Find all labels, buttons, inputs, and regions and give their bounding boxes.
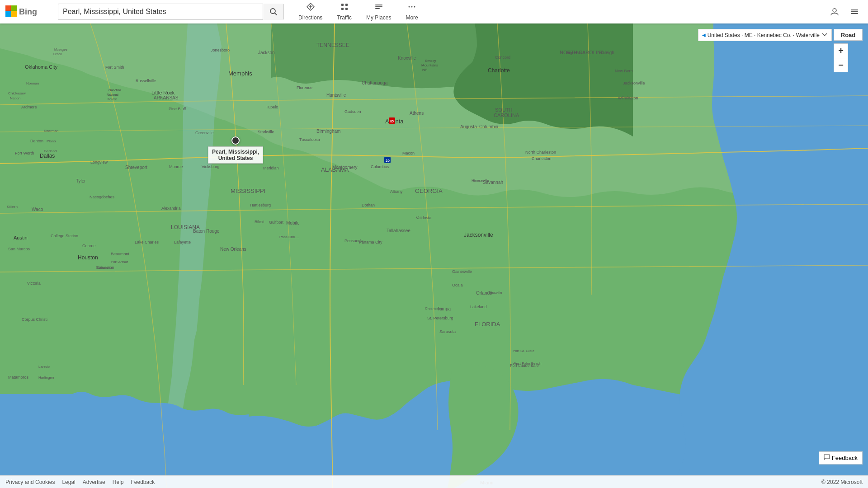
more-label: More [406,14,418,21]
feedback-button[interactable]: Feedback [819,451,863,465]
svg-text:Waco: Waco [32,207,43,212]
svg-text:Shreveport: Shreveport [125,165,147,170]
svg-text:Starkville: Starkville [258,130,274,134]
svg-text:Lakeland: Lakeland [470,305,487,309]
svg-text:Ardmore: Ardmore [21,105,37,109]
svg-point-17 [409,6,410,7]
map-controls: Road + − [834,29,863,72]
location-breadcrumb[interactable]: ◀ United States · ME · Kennebec Co. · Wa… [698,29,832,41]
svg-rect-15 [375,6,382,7]
svg-line-6 [274,13,277,15]
svg-text:Smoky: Smoky [425,59,436,63]
nav-traffic[interactable]: Traffic [330,0,359,23]
svg-text:Gainesville: Gainesville [452,269,472,274]
svg-text:Gadsden: Gadsden [344,109,361,114]
search-button[interactable] [263,4,283,20]
map-container[interactable]: Memphis Little Rock ARKANSAS Dallas Hous… [0,23,868,488]
svg-text:Wilmington: Wilmington [618,96,638,100]
svg-rect-146 [824,455,830,459]
directions-icon [306,2,315,14]
svg-text:Sarasota: Sarasota [439,329,456,334]
myplaces-label: My Places [366,14,391,21]
svg-text:Augusta: Augusta [460,124,477,129]
nav-directions[interactable]: Directions [291,0,330,23]
svg-text:Jacksonville: Jacksonville [464,232,493,238]
footer-privacy[interactable]: Privacy and Cookies [5,479,55,485]
svg-text:College Station: College Station [51,234,78,238]
svg-text:Victoria: Victoria [27,281,41,286]
svg-text:Albany: Albany [390,189,403,194]
svg-text:Nacogdoches: Nacogdoches [90,195,115,199]
footer-legal[interactable]: Legal [62,479,75,485]
footer-advertise[interactable]: Advertise [83,479,105,485]
svg-rect-3 [11,11,17,17]
zoom-out-button[interactable]: − [834,58,848,72]
svg-text:Panama City: Panama City [359,240,382,244]
user-icon [830,7,839,16]
svg-text:Chickasaw: Chickasaw [8,91,26,95]
svg-rect-23 [851,13,858,14]
more-icon [407,2,416,14]
svg-text:Chattanooga: Chattanooga [362,80,388,85]
svg-text:Mountains: Mountains [421,63,438,67]
svg-text:Ocala: Ocala [452,283,463,287]
svg-text:Harlingen: Harlingen [38,375,54,380]
svg-text:North Charleston: North Charleston [525,150,556,155]
svg-text:Vicksburg: Vicksburg [202,164,219,169]
svg-rect-0 [5,5,11,11]
svg-text:Jacksonville: Jacksonville [623,81,645,85]
search-input[interactable]: Pearl, Mississippi, United States [58,8,263,16]
svg-text:Killeen: Killeen [7,205,18,209]
svg-text:Dallas: Dallas [40,153,55,159]
footer: Privacy and Cookies Legal Advertise Help… [0,475,868,488]
svg-rect-11 [345,4,348,6]
svg-point-20 [833,9,836,12]
zoom-in-button[interactable]: + [834,43,848,58]
footer-help[interactable]: Help [113,479,124,485]
svg-text:Garland: Garland [44,149,57,153]
svg-rect-12 [341,8,344,10]
svg-text:Gonzales: Gonzales [97,266,113,270]
feedback-icon [824,454,830,462]
nav-more[interactable]: More [398,0,425,23]
svg-rect-13 [345,8,348,10]
svg-text:TENNESSEE: TENNESSEE [316,42,349,48]
user-account-button[interactable] [826,4,843,20]
svg-text:85: 85 [390,120,394,123]
svg-text:High Point: High Point [566,51,585,55]
svg-text:Laredo: Laredo [38,365,50,369]
svg-text:Raleigh: Raleigh [599,50,614,55]
svg-text:FLORIDA: FLORIDA [475,321,500,328]
footer-feedback-link[interactable]: Feedback [131,479,155,485]
svg-text:Ouachita: Ouachita [108,89,121,92]
hamburger-menu-button[interactable] [846,4,863,20]
search-icon [269,8,278,16]
svg-text:Russellville: Russellville [136,79,156,83]
nav-myplaces[interactable]: My Places [359,0,398,23]
svg-text:Greenville: Greenville [195,131,214,135]
svg-text:Montgomery: Montgomery [332,165,358,170]
svg-text:Creek: Creek [53,52,62,56]
svg-text:Denton: Denton [30,139,43,143]
svg-text:Port Arthur: Port Arthur [111,260,128,264]
road-view-button[interactable]: Road [834,29,863,41]
svg-text:Musogee: Musogee [54,48,67,52]
svg-text:Hattiesburg: Hattiesburg [250,203,271,207]
svg-text:20: 20 [386,159,390,163]
svg-text:Austin: Austin [14,235,28,240]
svg-text:Matamoros: Matamoros [8,375,29,380]
svg-text:Nation: Nation [10,96,20,100]
myplaces-icon [374,2,383,14]
svg-text:Tupelo: Tupelo [266,105,278,109]
expand-icon [821,31,828,39]
traffic-icon [340,2,349,14]
svg-text:Beaumont: Beaumont [111,252,130,256]
svg-text:Longview: Longview [90,160,108,164]
svg-text:GEORGIA: GEORGIA [415,188,443,194]
svg-text:Pass Chri....: Pass Chri.... [279,235,299,239]
svg-text:Fort Smith: Fort Smith [105,65,124,70]
svg-text:Dothan: Dothan [362,203,375,207]
svg-text:Tallahassee: Tallahassee [387,228,410,233]
svg-text:Conroe: Conroe [82,244,96,248]
bing-logo: Bing [0,5,54,18]
